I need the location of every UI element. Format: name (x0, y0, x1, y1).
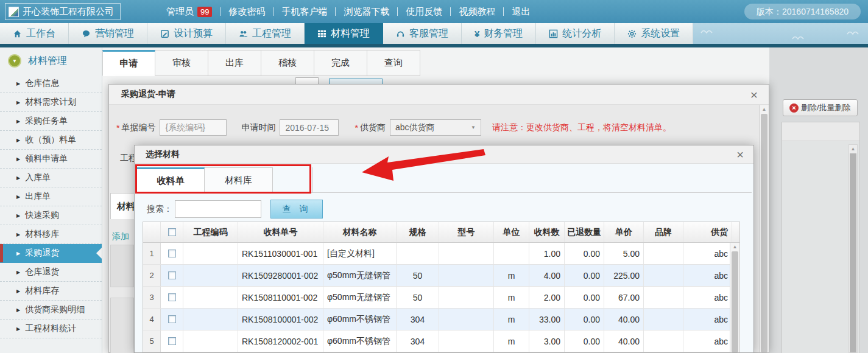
warning-text: 请注意：更改供货商、工程，将清空材料清单。 (492, 122, 671, 133)
table-cell: [自定义材料] (323, 243, 397, 264)
triangle-right-icon: ▶ (16, 213, 20, 218)
sidebar-item-label: 快速采购 (25, 210, 59, 221)
table-row[interactable]: 1RK1511030001-001[自定义材料]1.000.005.00abc (143, 243, 739, 265)
sidebar-item-outbound-order[interactable]: ▶出库单 (0, 187, 102, 206)
table-cell: RK1508110001-002 (238, 287, 323, 308)
tab-review[interactable]: 审核 (155, 50, 208, 76)
nav-item-marketing[interactable]: 营销管理 (69, 23, 147, 44)
top-menu-item[interactable]: 手机客户端 (273, 6, 335, 18)
background-scrollbar[interactable]: ▲ (849, 144, 858, 353)
tab-apply[interactable]: 申请 (102, 50, 155, 76)
sidebar-item-purchase-return[interactable]: ▶采购退货 (0, 244, 102, 263)
sidebar-item-label: 材料需求计划 (25, 97, 76, 108)
tab-audit[interactable]: 稽核 (261, 50, 314, 76)
tab-query[interactable]: 查询 (367, 50, 420, 76)
table-cell: 0.00 (565, 330, 604, 352)
delete-batch-button[interactable]: × 删除/批量删除 (783, 99, 858, 116)
table-cell: m (494, 265, 529, 286)
scrollbar-thumb[interactable] (850, 153, 856, 352)
sidebar-item-material-stock[interactable]: ▶材料库存 (0, 282, 102, 301)
row-checkbox[interactable] (168, 250, 176, 257)
close-icon[interactable]: × (736, 147, 744, 162)
table-cell (397, 243, 439, 264)
chart-icon (549, 29, 558, 38)
scroll-up-icon[interactable]: ▲ (849, 145, 857, 153)
top-menu-admin[interactable]: 管理员99 (158, 6, 220, 18)
table-cell: RK1509280001-002 (238, 265, 323, 286)
table-row[interactable]: 3RK1508110001-002φ50mm无缝钢管50m2.000.0067.… (143, 287, 739, 309)
table-cell: 50 (397, 287, 439, 308)
nav-item-label: 系统设置 (641, 27, 680, 40)
sidebar-item-material-transfer[interactable]: ▶材料移库 (0, 225, 102, 244)
doc-no-field[interactable]: {系统编码} (160, 119, 227, 136)
nav-item-materials[interactable]: 材料管理 (305, 23, 383, 44)
close-icon[interactable]: × (750, 88, 758, 102)
collapse-icon[interactable]: ▼ (8, 54, 21, 68)
sidebar-item-quick-purchase[interactable]: ▶快速采购 (0, 206, 102, 225)
scrollbar-thumb[interactable] (732, 251, 738, 352)
top-menu-item[interactable]: 退出 (504, 6, 538, 18)
sidebar-item-supplier-purchase-detail[interactable]: ▶供货商采购明细 (0, 301, 102, 320)
sidebar-header[interactable]: ▼ 材料管理 (0, 47, 102, 74)
sidebar-item-warehouse-info[interactable]: ▶仓库信息 (0, 74, 102, 93)
modal-scrollbar[interactable]: ▲ (759, 105, 769, 352)
sidebar-item-inbound-order[interactable]: ▶入库单 (0, 169, 102, 187)
background-fragment (110, 298, 134, 353)
triangle-right-icon: ▶ (16, 251, 20, 256)
table-cell: 0.00 (565, 287, 604, 308)
scrollbar-thumb[interactable] (761, 114, 767, 352)
date-field[interactable]: 2016-07-15 (280, 119, 339, 136)
table-cell (183, 330, 238, 352)
row-checkbox[interactable] (168, 293, 176, 301)
table-cell: 0.00 (565, 243, 604, 264)
table-row[interactable]: 5RK1508120002-001φ60mm不锈钢管304m3.000.0040… (143, 330, 739, 352)
search-input[interactable] (175, 200, 261, 218)
row-checkbox[interactable] (168, 337, 176, 345)
notification-badge[interactable]: 99 (197, 7, 212, 17)
tab-complete[interactable]: 完成 (314, 50, 367, 76)
sidebar-item-warehouse-return[interactable]: ▶仓库退货 (0, 263, 102, 282)
checkbox-cell (161, 309, 183, 330)
nav-item-design-budget[interactable]: 设计预算 (147, 23, 226, 44)
top-menu-item[interactable]: 修改密码 (221, 6, 273, 18)
nav-item-customer-service[interactable]: 客服管理 (383, 23, 462, 44)
supplier-select[interactable]: abc供货商 ▼ (390, 119, 481, 136)
nav-item-label: 材料管理 (331, 27, 370, 40)
nav-item-finance[interactable]: ¥财务管理 (462, 23, 536, 44)
nav-item-label: 财务管理 (484, 27, 523, 40)
table-row[interactable]: 2RK1509280001-002φ50mm无缝钢管50m4.000.00225… (143, 265, 739, 287)
table-cell: abc (683, 265, 732, 286)
table-cell (439, 243, 494, 264)
sidebar-item-label: 采购退货 (25, 248, 59, 259)
table-scrollbar[interactable]: ▲ (730, 243, 739, 352)
top-menu-item[interactable]: 视频教程 (451, 6, 503, 18)
add-link-fragment[interactable]: 添加 (112, 231, 135, 242)
nav-item-settings[interactable]: 系统设置 (615, 23, 693, 44)
sidebar-item-label: 收（预）料单 (25, 135, 76, 145)
sidebar-item-material-request[interactable]: ▶领料申请单 (0, 150, 102, 169)
company-logo-icon (9, 7, 19, 17)
scroll-up-icon[interactable]: ▲ (760, 105, 769, 113)
background-input-fragment (295, 77, 319, 84)
row-checkbox[interactable] (168, 271, 176, 279)
query-button[interactable]: 查 询 (270, 200, 323, 218)
select-all-checkbox[interactable] (168, 228, 176, 236)
row-checkbox[interactable] (168, 315, 176, 323)
top-menu-item[interactable]: 浏览器下载 (336, 6, 397, 18)
nav-item-project[interactable]: 工程管理 (226, 23, 305, 44)
sidebar-item-purchase-task[interactable]: ▶采购任务单 (0, 112, 102, 131)
table-row[interactable]: 4RK1508100001-002φ60mm不锈钢管304m33.000.004… (143, 309, 739, 330)
tab-outbound[interactable]: 出库 (208, 50, 261, 76)
nav-item-workbench[interactable]: 工作台 (0, 23, 69, 44)
table-cell (183, 243, 238, 264)
table-cell: φ50mm无缝钢管 (323, 287, 397, 308)
scroll-up-icon[interactable]: ▲ (730, 243, 739, 251)
sidebar-item-receive-order[interactable]: ▶收（预）料单 (0, 131, 102, 150)
table-cell: 4.00 (529, 265, 565, 286)
sidebar-item-project-material-stats[interactable]: ▶工程材料统计 (0, 320, 102, 338)
sidebar-item-material-demand-plan[interactable]: ▶材料需求计划 (0, 93, 102, 112)
nav-item-statistics[interactable]: 统计分析 (536, 23, 615, 44)
top-menu-item[interactable]: 使用反馈 (398, 6, 450, 18)
material-list-tab-fragment[interactable]: 材料 (110, 193, 135, 219)
sidebar-item-label: 入库单 (25, 172, 51, 183)
